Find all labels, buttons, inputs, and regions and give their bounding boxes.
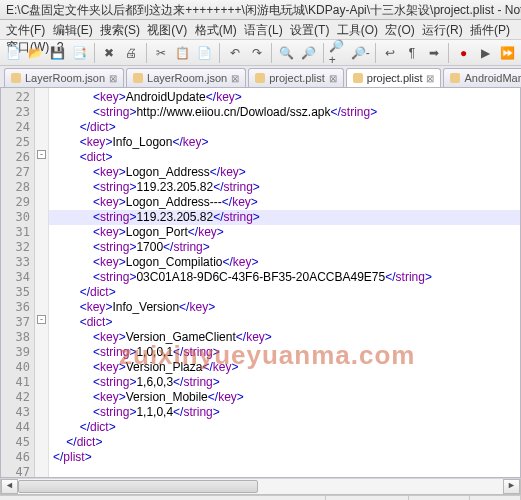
code-view[interactable]: <key>AndroidUpdate</key> <string>http://… <box>49 88 520 477</box>
status-bar: eXtensible Markup Language file length :… <box>0 495 521 500</box>
code-line: <string>1,6,0,3</string> <box>53 375 520 390</box>
tab-close-icon[interactable]: ⊠ <box>426 73 434 84</box>
play-macro-icon[interactable]: ▶ <box>476 42 495 64</box>
code-line: <string>119.23.205.82</string> <box>53 210 520 225</box>
undo-icon[interactable]: ↶ <box>225 42 244 64</box>
close-icon[interactable]: ✖ <box>100 42 119 64</box>
code-line: </dict> <box>53 120 520 135</box>
toolbar-separator <box>271 43 272 63</box>
tab-close-icon[interactable]: ⊠ <box>329 73 337 84</box>
tab-label: project.plist <box>269 72 325 84</box>
code-line: <string>1700</string> <box>53 240 520 255</box>
document-tab[interactable]: LayerRoom.json⊠ <box>4 68 124 87</box>
record-macro-icon[interactable]: ● <box>454 42 473 64</box>
wordwrap-icon[interactable]: ↩ <box>381 42 400 64</box>
code-line: <dict> <box>53 315 520 330</box>
code-line: <string>119.23.205.82</string> <box>53 180 520 195</box>
zoom-in-icon[interactable]: 🔎+ <box>329 42 348 64</box>
document-tab[interactable]: project.plist⊠ <box>346 68 442 87</box>
toolbar-separator <box>375 43 376 63</box>
print-icon[interactable]: 🖨 <box>122 42 141 64</box>
replace-icon[interactable]: 🔎 <box>299 42 318 64</box>
menu-item[interactable]: 编辑(E) <box>53 23 93 37</box>
menu-bar: 文件(F) 编辑(E) 搜索(S) 视图(V) 格式(M) 语言(L) 设置(T… <box>0 20 521 40</box>
menu-item[interactable]: 语言(L) <box>244 23 283 37</box>
code-line: <key>Version_GameClient</key> <box>53 330 520 345</box>
zoom-out-icon[interactable]: 🔎- <box>351 42 370 64</box>
status-filetype: eXtensible Markup Language file <box>0 496 326 500</box>
scroll-thumb[interactable] <box>18 480 258 493</box>
editor-area: 22 23 24 25 26 27 28 29 30 31 32 33 34 3… <box>0 88 521 478</box>
fold-toggle-icon[interactable]: - <box>37 150 46 159</box>
document-tab[interactable]: project.plist⊠ <box>248 68 344 87</box>
toolbar-separator <box>94 43 95 63</box>
code-line: <key>AndroidUpdate</key> <box>53 90 520 105</box>
tab-close-icon[interactable]: ⊠ <box>109 73 117 84</box>
code-line: </dict> <box>53 435 520 450</box>
menu-item[interactable]: 工具(O) <box>337 23 378 37</box>
code-line: <key>Version_Plaza</key> <box>53 360 520 375</box>
status-lines: lines : 47 <box>409 496 470 500</box>
menu-item[interactable]: 视图(V) <box>147 23 187 37</box>
tab-close-icon[interactable]: ⊠ <box>231 73 239 84</box>
horizontal-scrollbar[interactable]: ◄ ► <box>0 478 521 495</box>
toolbar-separator <box>323 43 324 63</box>
status-length: length : 1,310 <box>326 496 410 500</box>
tab-label: project.plist <box>367 72 423 84</box>
code-line: </dict> <box>53 420 520 435</box>
code-line: <string>1,0,0,1</string> <box>53 345 520 360</box>
code-line: <string>1,1,0,4</string> <box>53 405 520 420</box>
tab-bar: LayerRoom.json⊠LayerRoom.json⊠project.pl… <box>0 66 521 88</box>
new-file-icon[interactable]: 📄 <box>4 42 23 64</box>
playback-multi-icon[interactable]: ⏩ <box>498 42 517 64</box>
fold-toggle-icon[interactable]: - <box>37 315 46 324</box>
show-all-icon[interactable]: ¶ <box>402 42 421 64</box>
code-line: </dict> <box>53 285 520 300</box>
code-line: <string>http://www.eiiou.cn/Dowload/ssz.… <box>53 105 520 120</box>
code-line: <dict> <box>53 150 520 165</box>
scroll-right-button[interactable]: ► <box>503 479 520 494</box>
menu-item[interactable]: 宏(O) <box>385 23 414 37</box>
fold-gutter: -- <box>35 88 49 477</box>
file-icon <box>353 73 363 83</box>
redo-icon[interactable]: ↷ <box>247 42 266 64</box>
copy-icon[interactable]: 📋 <box>173 42 192 64</box>
indent-icon[interactable]: ➡ <box>424 42 443 64</box>
toolbar-separator <box>219 43 220 63</box>
code-line: <key>Version_Mobile</key> <box>53 390 520 405</box>
code-line: <key>Info_Logon</key> <box>53 135 520 150</box>
scroll-track[interactable] <box>18 479 503 494</box>
tab-label: LayerRoom.json <box>25 72 105 84</box>
open-file-icon[interactable]: 📂 <box>26 42 45 64</box>
menu-item[interactable]: 文件(F) <box>6 23 45 37</box>
line-number-gutter: 22 23 24 25 26 27 28 29 30 31 32 33 34 3… <box>1 88 35 477</box>
menu-item[interactable]: 格式(M) <box>195 23 237 37</box>
toolbar-separator <box>146 43 147 63</box>
menu-item[interactable]: 设置(T) <box>290 23 329 37</box>
document-tab[interactable]: AndroidManifest.xml⊠ <box>443 68 521 87</box>
file-icon <box>450 73 460 83</box>
file-icon <box>255 73 265 83</box>
scroll-left-button[interactable]: ◄ <box>1 479 18 494</box>
menu-item[interactable]: 插件(P) <box>470 23 510 37</box>
menu-item[interactable]: 搜索(S) <box>100 23 140 37</box>
toolbar-separator <box>448 43 449 63</box>
file-icon <box>11 73 21 83</box>
code-line: <key>Info_Version</key> <box>53 300 520 315</box>
find-icon[interactable]: 🔍 <box>277 42 296 64</box>
cut-icon[interactable]: ✂ <box>151 42 170 64</box>
code-line: <string>03C01A18-9D6C-43F6-BF35-20ACCBA4… <box>53 270 520 285</box>
status-ln: Ln : 30 <box>470 496 521 500</box>
save-icon[interactable]: 💾 <box>48 42 67 64</box>
tab-label: AndroidManifest.xml <box>464 72 521 84</box>
code-line: <key>Logon_Address---</key> <box>53 195 520 210</box>
toolbar: 📄 📂 💾 📑 ✖ 🖨 ✂ 📋 📄 ↶ ↷ 🔍 🔎 🔎+ 🔎- ↩ ¶ ➡ ● … <box>0 40 521 66</box>
code-line: <key>Logon_Address</key> <box>53 165 520 180</box>
menu-item[interactable]: 运行(R) <box>422 23 463 37</box>
document-tab[interactable]: LayerRoom.json⊠ <box>126 68 246 87</box>
code-line: </plist> <box>53 450 520 465</box>
save-all-icon[interactable]: 📑 <box>70 42 89 64</box>
window-titlebar: E:\C盘固定文件夹以后都到这边来++++++++\闲游电玩城\KDPay-Ap… <box>0 0 521 20</box>
file-icon <box>133 73 143 83</box>
paste-icon[interactable]: 📄 <box>195 42 214 64</box>
